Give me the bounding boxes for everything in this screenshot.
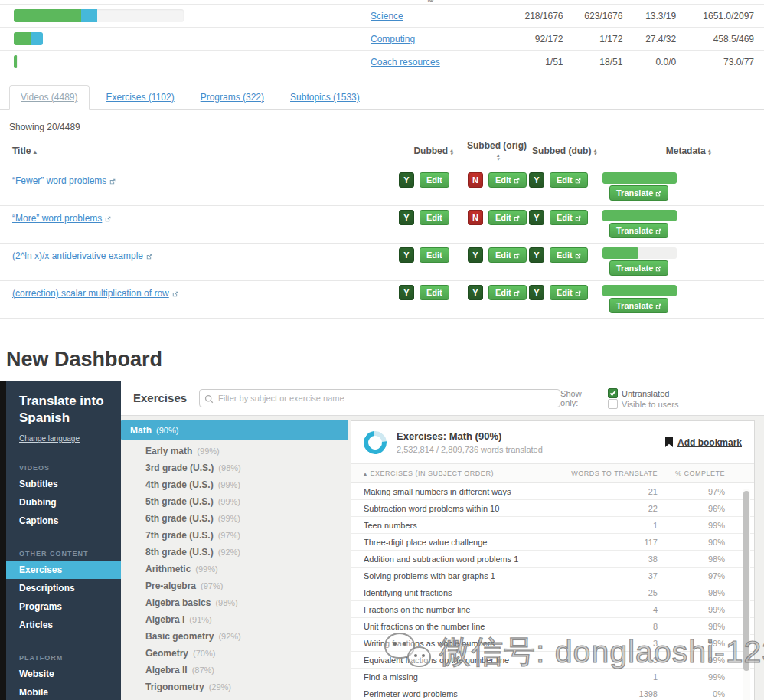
- video-title-link[interactable]: “More” word problems: [12, 213, 102, 224]
- column-header-dubbed[interactable]: Dubbed▴▾: [399, 146, 468, 156]
- subject-item-probability-and-statistics[interactable]: Probability and statistics(92%): [121, 695, 348, 700]
- subject-item-algebra-ii[interactable]: Algebra II(87%): [121, 662, 348, 679]
- sidebar-item-dubbing[interactable]: Dubbing: [19, 493, 121, 512]
- edit-button[interactable]: Edit: [420, 172, 449, 188]
- subject-item-basic-geometry[interactable]: Basic geometry(92%): [121, 628, 348, 645]
- sidebar-item-mobile[interactable]: Mobile: [19, 683, 121, 700]
- exercise-row: Equivalent fractions on the number line3…: [351, 652, 754, 669]
- tab-subtopics-1533[interactable]: Subtopics (1533): [290, 86, 360, 109]
- video-title-link[interactable]: “Fewer” word problems: [12, 175, 106, 186]
- exercises-table-body: Making small numbers in different ways21…: [351, 483, 754, 700]
- column-header-exercises[interactable]: ▴EXERCISES (IN SUBJECT ORDER): [364, 469, 543, 477]
- sidebar-item-subtitles[interactable]: Subtitles: [19, 475, 121, 493]
- dashboard-main: Exercises Show only: UntranslatedVisible…: [121, 381, 764, 700]
- dubbed-cell: YEdit: [399, 244, 468, 280]
- subject-item-early-math[interactable]: Early math(99%): [121, 443, 348, 460]
- detail-title: Exercises: Math (90%): [397, 430, 543, 442]
- exercise-row: Find a missing199%: [351, 669, 754, 685]
- tab-exercises-1102[interactable]: Exercises (1102): [106, 86, 175, 109]
- subject-item-6th-grade-u-s[interactable]: 6th grade (U.S.)(99%): [121, 510, 348, 527]
- exercise-row: Subtraction word problems within 102296%: [351, 500, 754, 517]
- external-link-icon: [105, 213, 111, 224]
- column-header-subbed-orig[interactable]: Subbed (orig)▴▾: [466, 140, 527, 162]
- progress-cell: [14, 55, 371, 68]
- metadata-progress-track: [602, 172, 677, 184]
- edit-button[interactable]: Edit: [488, 285, 527, 300]
- yes-badge: Y: [529, 285, 544, 300]
- exercise-row: Solving problems with bar graphs 13797%: [351, 568, 754, 584]
- video-title-link[interactable]: (2^ln x)/x antiderivative example: [12, 250, 143, 261]
- translate-button[interactable]: Translate: [609, 260, 668, 276]
- change-language-link[interactable]: Change language: [19, 434, 80, 443]
- external-link-icon: [575, 175, 581, 185]
- scrollbar-track[interactable]: [743, 489, 750, 700]
- sidebar-item-captions[interactable]: Captions: [19, 512, 121, 530]
- edit-button[interactable]: Edit: [550, 247, 588, 263]
- edit-button[interactable]: Edit: [420, 210, 449, 225]
- subject-item-algebra-i[interactable]: Algebra I(91%): [121, 611, 348, 628]
- dubbed-cell: YEdit: [399, 281, 468, 318]
- filter-checkbox-visible-to-users[interactable]: Visible to users: [608, 399, 678, 409]
- translate-button[interactable]: Translate: [609, 223, 668, 238]
- metadata-progress-track: [602, 247, 677, 259]
- subject-item-pre-algebra[interactable]: Pre-algebra(97%): [121, 577, 348, 594]
- tab-videos-4489[interactable]: Videos (4489): [9, 85, 90, 110]
- checkbox-checked[interactable]: [608, 388, 618, 398]
- total-count: 1651.0/2097: [676, 11, 754, 21]
- filter-input[interactable]: [199, 389, 560, 407]
- edit-button[interactable]: Edit: [550, 285, 588, 300]
- sidebar-item-exercises[interactable]: Exercises: [6, 561, 121, 579]
- summary-row: Science218/1676623/167613.3/191651.0/209…: [0, 4, 764, 27]
- progress-bar-blue: [81, 9, 97, 22]
- exercise-row: Addition and subtraction word problems 1…: [351, 551, 754, 568]
- add-bookmark-link[interactable]: Add bookmark: [677, 437, 742, 448]
- yes-badge: Y: [529, 172, 544, 188]
- translate-button[interactable]: Translate: [609, 185, 668, 201]
- subbed-dub-cell: YEdit: [529, 244, 602, 280]
- subject-item-arithmetic[interactable]: Arithmetic(99%): [121, 561, 348, 577]
- sort-icon: ▴▾: [593, 148, 596, 155]
- edit-button[interactable]: Edit: [488, 247, 527, 263]
- no-badge: N: [468, 210, 483, 225]
- subject-link-computing[interactable]: Computing: [371, 34, 415, 44]
- video-title-link[interactable]: (correction) scalar multiplication of ro…: [12, 288, 169, 299]
- subject-item-algebra-basics[interactable]: Algebra basics(98%): [121, 594, 348, 611]
- column-header-subbed-dub[interactable]: Subbed (dub)▴▾: [527, 146, 601, 156]
- filter-checkbox-untranslated[interactable]: Untranslated: [608, 388, 669, 398]
- edit-button[interactable]: Edit: [550, 172, 588, 188]
- sidebar-item-website[interactable]: Website: [19, 665, 121, 683]
- external-link-icon: [575, 250, 581, 260]
- subject-item-7th-grade-u-s[interactable]: 7th grade (U.S.)(97%): [121, 527, 348, 544]
- sidebar-item-articles[interactable]: Articles: [19, 616, 121, 634]
- column-header-metadata[interactable]: Metadata▴▾: [601, 146, 754, 156]
- edit-button[interactable]: Edit: [420, 247, 449, 263]
- column-header-complete[interactable]: % COMPLETE: [658, 469, 725, 477]
- edit-button[interactable]: Edit: [550, 210, 588, 225]
- search-icon: [204, 393, 214, 407]
- translate-button[interactable]: Translate: [609, 298, 668, 313]
- column-header-words[interactable]: WORDS TO TRANSLATE: [543, 469, 658, 477]
- sidebar-item-descriptions[interactable]: Descriptions: [19, 579, 121, 597]
- edit-button[interactable]: Edit: [420, 285, 449, 300]
- add-bookmark[interactable]: Add bookmark: [665, 437, 742, 448]
- edit-button[interactable]: Edit: [488, 210, 527, 225]
- dashboard-header: Exercises Show only: UntranslatedVisible…: [121, 381, 764, 416]
- checkbox-unchecked[interactable]: [608, 399, 618, 409]
- exercises-table-header: ▴EXERCISES (IN SUBJECT ORDER) WORDS TO T…: [351, 463, 754, 483]
- subject-item-math[interactable]: Math(90%): [121, 420, 348, 440]
- subject-item-3rd-grade-u-s[interactable]: 3rd grade (U.S.)(98%): [121, 460, 348, 476]
- subject-item-trigonometry[interactable]: Trigonometry(29%): [121, 679, 348, 695]
- subject-item-8th-grade-u-s[interactable]: 8th grade (U.S.)(92%): [121, 544, 348, 561]
- progress-cell: [14, 32, 371, 45]
- subject-item-geometry[interactable]: Geometry(70%): [121, 645, 348, 662]
- subject-item-4th-grade-u-s[interactable]: 4th grade (U.S.)(99%): [121, 476, 348, 493]
- scrollbar-thumb[interactable]: [743, 491, 749, 671]
- sidebar-item-programs[interactable]: Programs: [19, 597, 121, 616]
- subject-link-science[interactable]: Science: [371, 11, 403, 21]
- edit-button[interactable]: Edit: [488, 172, 527, 188]
- column-header-title[interactable]: Title▴: [0, 146, 399, 156]
- subject-item-5th-grade-u-s[interactable]: 5th grade (U.S.)(99%): [121, 493, 348, 510]
- subject-link-coach-resources[interactable]: Coach resources: [371, 57, 440, 67]
- sidebar-section-other-content: OTHER CONTENT: [19, 550, 121, 558]
- tab-programs-322[interactable]: Programs (322): [201, 86, 264, 109]
